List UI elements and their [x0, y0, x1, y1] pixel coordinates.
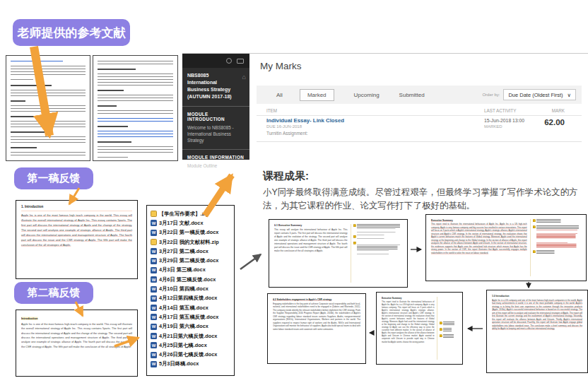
file-name: 5月3日终稿.docx — [159, 360, 199, 367]
word-icon: W — [151, 258, 157, 264]
file-list-item[interactable]: W3月17日 文献.docx — [151, 218, 234, 228]
comment-icon — [353, 225, 356, 228]
page-title: My Marks — [260, 61, 302, 71]
file-list-item[interactable]: W3月27日 第二稿.docx — [151, 247, 234, 256]
word-icon: W — [151, 276, 157, 283]
sidebar-item-module-outline[interactable]: Module Outline — [182, 161, 249, 172]
assignment-due: DUE 16-JUN-2018 — [266, 124, 302, 129]
feedback-rule — [21, 211, 132, 211]
file-name: 4月25日第七稿.docx — [159, 342, 207, 349]
word-icon: W — [151, 286, 157, 293]
order-by-label: Order by: — [482, 93, 500, 97]
file-list-item[interactable]: W4月6日 第三稿反馈.docx — [151, 275, 234, 284]
column-item: ITEM — [266, 108, 277, 113]
course-title[interactable]: NBS8085 International Business Strategy … — [182, 68, 249, 104]
sidebar-divider — [182, 149, 249, 150]
file-list-item[interactable]: W4月19日 第六稿.docx — [151, 322, 234, 331]
file-list-item[interactable]: W4月3日 第三稿.docx — [151, 266, 234, 275]
comments-pane — [531, 219, 581, 276]
flow-doc-introduction: 1.0 Introduction Apple Inc is a US compa… — [486, 290, 588, 373]
column-mark: MARK — [552, 108, 565, 113]
flow-doc-exec-summary-3: Executive Summary This report tried to i… — [376, 292, 463, 365]
word-icon: W — [151, 352, 157, 358]
doc-heading: 0-1 Executive Summary — [274, 224, 348, 227]
file-list-item[interactable]: W4月17日 第五稿反馈.docx — [151, 312, 234, 322]
sidebar-section-module-information: MODULE INFORMATION — [182, 152, 249, 161]
file-list-item[interactable]: W4月14日 第五稿.docx — [151, 303, 234, 312]
home-icon[interactable]: ⌂ — [242, 73, 246, 82]
order-by-group: Order by: Due Date (Oldest First) ∨ — [482, 89, 582, 100]
file-name: 4月10日 第四稿.docx — [159, 285, 208, 293]
first-draft-label: 第一稿反馈 — [14, 167, 93, 189]
doc-body: This essay will analyze the internationa… — [274, 228, 348, 253]
file-name: 4月26日第七稿反馈.docx — [159, 351, 217, 358]
second-draft-doc: Introduction Apple Inc is one of the mos… — [16, 310, 138, 377]
zip-icon — [151, 211, 157, 217]
comments-pane — [437, 297, 457, 360]
file-name: 3月17日 文献.docx — [159, 220, 203, 227]
reference-page-1 — [6, 55, 90, 161]
lms-top-strip — [182, 54, 249, 68]
file-list-item[interactable]: W4月10日 第四稿.docx — [151, 284, 234, 293]
lms-screenshot: NBS8085 International Business Strategy … — [182, 53, 588, 159]
file-list-item[interactable]: W3月29日 第二稿反馈.docx — [151, 256, 234, 265]
tab-submitted[interactable]: Submitted — [399, 92, 425, 98]
file-name: 4月14日 第五稿.docx — [159, 305, 208, 312]
course-title-text: NBS8085 International Business Strategy … — [187, 73, 232, 99]
comment-icon — [533, 251, 536, 254]
file-list-item[interactable]: 3月22日 我的文献材料.zip — [151, 237, 234, 247]
doc-body: This report tried to illustrate the inte… — [382, 300, 435, 343]
file-name: 3月27日 第二稿.docx — [159, 248, 208, 255]
sidebar-section-module-introduction: MODULE INTRODUCTION — [182, 109, 249, 123]
file-name: 4月17日 第五稿反馈.docx — [159, 314, 218, 321]
first-draft-doc: 1. Introduction Apple Inc is one of the … — [16, 200, 138, 279]
arrow-list-to-flow — [240, 254, 261, 269]
file-list-item[interactable]: W3月22日 第一稿反馈.docx — [151, 228, 234, 237]
search-icon[interactable] — [226, 58, 232, 64]
word-icon: W — [151, 220, 157, 226]
row-divider — [257, 141, 582, 142]
comment-icon — [533, 220, 536, 223]
doc-heading: 1. Introduction — [21, 205, 132, 208]
doc-heading: 4.2 Stakeholders engagement in Apple's C… — [273, 298, 360, 301]
order-by-dropdown[interactable]: Due Date (Oldest First) ∨ — [503, 89, 576, 100]
file-name: 4月3日 第三稿.docx — [159, 266, 206, 273]
sidebar-divider — [182, 106, 249, 107]
file-name: 3月22日 我的文献材料.zip — [159, 239, 219, 246]
file-name: 【学生写作要求】.zip — [159, 211, 209, 218]
comment-icon — [440, 329, 442, 331]
word-icon: W — [151, 230, 157, 236]
tab-all[interactable]: All — [276, 92, 283, 98]
word-icon: W — [151, 333, 157, 339]
collapse-panel-icon[interactable] — [237, 59, 244, 64]
flow-doc-exec-summary-1: 0-1 Executive Summary This essay will an… — [269, 219, 408, 288]
file-name: 4月6日 第三稿反馈.docx — [159, 276, 216, 283]
status-badge: MARKED — [484, 124, 502, 129]
tab-marked[interactable]: Marked — [300, 89, 334, 101]
sidebar-item-welcome[interactable]: Welcome to NBS8085 - International Busin… — [182, 123, 249, 147]
comment-icon — [440, 335, 442, 338]
word-icon: W — [151, 324, 157, 330]
file-list-item[interactable]: W5月3日终稿.docx — [151, 360, 234, 369]
column-last-activity: LAST ACTIVITY — [484, 108, 516, 113]
file-list-item[interactable]: W4月21日第六稿反馈.docx — [151, 331, 234, 341]
assignment-link[interactable]: Individual Essay- Link Closed — [266, 117, 344, 124]
file-list-item[interactable]: W4月25日第七稿.docx — [151, 341, 234, 350]
file-list-item[interactable]: W4月12日第四稿反馈.docx — [151, 294, 234, 303]
word-icon: W — [151, 305, 157, 311]
mark-value: 62.00 — [544, 118, 565, 126]
file-name: 4月19日 第六稿.docx — [159, 323, 208, 330]
outcome-heading: 课程成果: — [263, 170, 585, 183]
zip-icon — [151, 239, 157, 245]
file-list-item[interactable]: W4月26日第七稿反馈.docx — [151, 350, 234, 359]
doc-body: Apple Inc is one of the most famous high… — [21, 322, 132, 349]
doc-heading: Introduction — [21, 317, 37, 321]
word-icon: W — [151, 267, 157, 273]
tab-upcoming[interactable]: Upcoming — [354, 92, 380, 98]
slide-canvas: 老师提供的参考文献 第一稿反馈 第二稿反馈 — [0, 0, 588, 383]
chevron-down-icon: ∨ — [568, 92, 572, 98]
file-list-item[interactable]: 【学生写作要求】.zip — [151, 209, 234, 218]
last-activity-value: 15-Jun-2018 13:00 — [484, 118, 524, 123]
outcome-body: 小Y同学最终取得满意成绩。尽管过程艰辛，但最终学习掌握了写作学术论文的方法，为其… — [263, 186, 585, 213]
file-name: 4月21日第六稿反馈.docx — [159, 333, 217, 340]
